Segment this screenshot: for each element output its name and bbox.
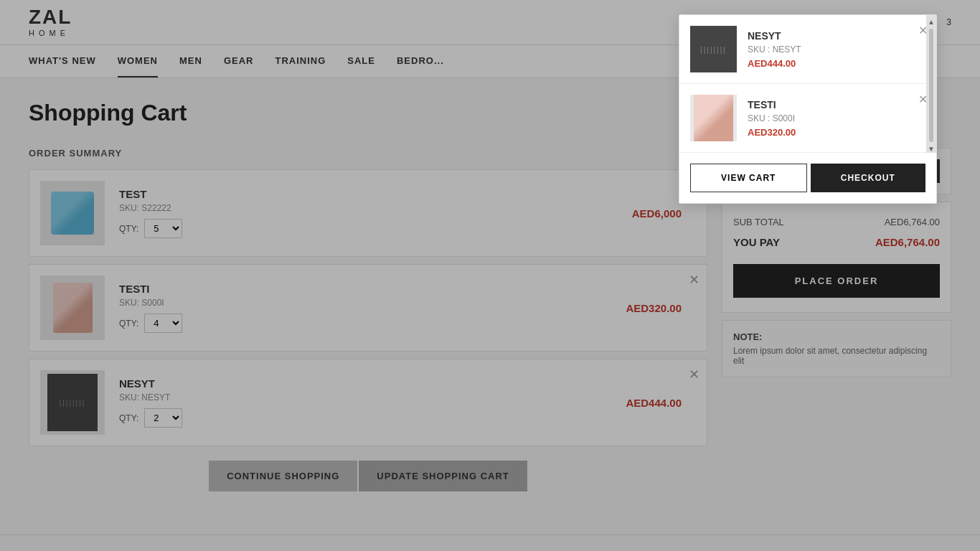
mini-cart-scrollbar[interactable]: ▲ ▼ bbox=[926, 15, 936, 153]
mini-cart-item-name: TESTI bbox=[748, 99, 925, 110]
mini-cart-item-info: NESYT SKU : NESYT AED444.00 bbox=[748, 30, 925, 69]
scroll-up-arrow[interactable]: ▲ bbox=[928, 18, 935, 26]
scroll-down-arrow[interactable]: ▼ bbox=[928, 145, 935, 153]
mini-cart-item-sku: SKU : S000I bbox=[748, 113, 925, 123]
nesyt-image bbox=[690, 26, 737, 72]
mini-cart-actions: VIEW CART CHECKOUT bbox=[679, 153, 936, 203]
mini-cart-scrollable: NESYT SKU : NESYT AED444.00 ✕ TESTI SKU … bbox=[679, 15, 936, 153]
mini-cart-dropdown: NESYT SKU : NESYT AED444.00 ✕ TESTI SKU … bbox=[679, 14, 937, 204]
mini-cart-item-image bbox=[690, 26, 737, 72]
mini-cart-item-image bbox=[690, 95, 737, 141]
checkout-button[interactable]: CHECKOUT bbox=[811, 164, 926, 192]
mini-cart-item-price: AED320.00 bbox=[748, 127, 925, 138]
mini-cart-item: TESTI SKU : S000I AED320.00 ✕ bbox=[679, 84, 936, 153]
mini-cart-item: NESYT SKU : NESYT AED444.00 ✕ bbox=[679, 15, 936, 84]
mini-cart-item-sku: SKU : NESYT bbox=[748, 44, 925, 55]
mini-cart-item-name: NESYT bbox=[748, 30, 925, 42]
mini-cart-item-info: TESTI SKU : S000I AED320.00 bbox=[748, 99, 925, 138]
testi-image bbox=[694, 95, 733, 141]
view-cart-button[interactable]: VIEW CART bbox=[690, 164, 807, 192]
mini-cart-item-price: AED444.00 bbox=[748, 58, 925, 69]
